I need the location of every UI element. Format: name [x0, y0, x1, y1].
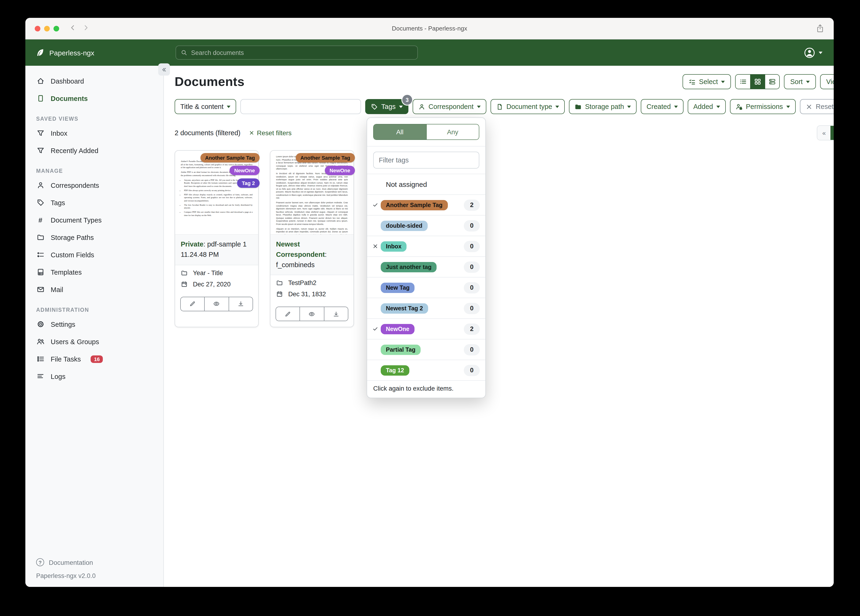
sidebar-item-document-types[interactable]: #Document Types [25, 211, 163, 229]
edit-button[interactable] [181, 297, 204, 311]
sidebar-item-logs[interactable]: Logs [25, 368, 163, 385]
tag-option-another-sample-tag[interactable]: Another Sample Tag2 [367, 195, 485, 215]
card-title[interactable]: Newest Correspondent: f_combineds [270, 234, 353, 275]
brand-name: Paperless-ngx [49, 49, 94, 57]
tag-option-partial-tag[interactable]: Partial Tag0 [367, 339, 485, 360]
view-button[interactable] [300, 307, 324, 321]
sidebar-collapse-button[interactable] [158, 63, 170, 75]
view-grid-button[interactable] [750, 75, 765, 89]
filter-reset-filters-button[interactable]: Reset filters [800, 99, 834, 114]
sidebar-item-correspondents[interactable]: Correspondents [25, 176, 163, 194]
window-title: Documents - Paperless-ngx [25, 25, 834, 32]
tag-option-new-tag[interactable]: New Tag0 [367, 278, 485, 298]
card-title[interactable]: Private: pdf-sample 1 11.24.48 PM [175, 234, 258, 265]
tag-option-inbox[interactable]: Inbox0 [367, 236, 485, 257]
filter-storage-path-button[interactable]: Storage path [569, 99, 637, 114]
sidebar-item-settings[interactable]: Settings [25, 316, 163, 333]
storage-path-row[interactable]: TestPath2 [276, 280, 348, 287]
tags-match-any-button[interactable]: Any [426, 124, 479, 140]
global-search[interactable] [176, 46, 418, 60]
view-button[interactable] [204, 297, 229, 311]
brand[interactable]: Paperless-ngx [36, 48, 94, 57]
tag-option-newest-tag-2[interactable]: Newest Tag 20 [367, 298, 485, 319]
date-row: Dec 31, 1832 [276, 291, 348, 298]
dropdown-hint: Click again to exclude items. [367, 381, 485, 398]
pagination-prev-button[interactable]: « [818, 126, 831, 140]
card-actions [276, 307, 348, 321]
tag-count-badge: 0 [464, 240, 480, 252]
sidebar-nav: DashboardDocumentsSAVED VIEWSInboxRecent… [25, 72, 163, 385]
person-icon [36, 181, 45, 189]
tag-chip-tag-2[interactable]: Tag 2 [237, 178, 260, 188]
filter-correspondent-button[interactable]: Correspondent [413, 99, 486, 114]
view-mode-toggle [735, 74, 780, 89]
chevron-down-icon [227, 106, 231, 108]
tag-option-double-sided[interactable]: double-sided0 [367, 215, 485, 236]
view-list-button[interactable] [736, 75, 750, 89]
sidebar-item-inbox[interactable]: Inbox [25, 124, 163, 142]
select-button[interactable]: Select [683, 74, 731, 89]
filter-field-selector[interactable]: Title & content [175, 99, 236, 114]
view-detail-button[interactable] [765, 75, 780, 89]
tag-option-newone[interactable]: NewOne2 [367, 319, 485, 339]
document-card[interactable]: Lorem ipsum dolor sit amet, consectetur … [270, 150, 354, 327]
sidebar-item-users-groups[interactable]: Users & Groups [25, 333, 163, 350]
hash-icon: # [36, 216, 45, 224]
user-menu[interactable] [804, 47, 822, 58]
filter-added-button[interactable]: Added [688, 99, 726, 114]
sidebar-item-recently-added[interactable]: Recently Added [25, 142, 163, 159]
tag-chip-newone[interactable]: NewOne [325, 166, 355, 175]
tag-option-just-another-tag[interactable]: Just another tag0 [367, 257, 485, 278]
document-grid: Adobe Acrobat PDF FilesAdobe® Portable D… [175, 150, 834, 327]
filter-tags-input[interactable] [373, 152, 479, 168]
funnel-icon [36, 129, 45, 137]
fields-icon [36, 250, 45, 259]
tag-chip-another-sample-tag[interactable]: Another Sample Tag [201, 153, 260, 162]
edit-button[interactable] [276, 307, 300, 321]
download-button[interactable] [228, 297, 253, 311]
sidebar-item-documentation[interactable]: ? Documentation [36, 558, 96, 566]
sort-button[interactable]: Sort [784, 74, 816, 89]
minimize-window-button[interactable] [44, 25, 50, 31]
sidebar-item-documents[interactable]: Documents [25, 90, 163, 107]
share-icon[interactable] [816, 24, 824, 33]
chevron-down-icon [399, 106, 403, 108]
tag-chip-another-sample-tag[interactable]: Another Sample Tag [296, 153, 355, 162]
sidebar-item-custom-fields[interactable]: Custom Fields [25, 246, 163, 263]
search-input[interactable] [191, 49, 413, 56]
tag-option-not-assigned[interactable]: Not assigned [367, 174, 485, 195]
page-title: Documents [175, 74, 245, 89]
pagination-page-1[interactable]: 1 [831, 126, 834, 140]
sidebar-item-dashboard[interactable]: Dashboard [25, 72, 163, 90]
filter-created-button[interactable]: Created [641, 99, 684, 114]
reset-filters-link[interactable]: Reset filters [249, 129, 292, 137]
document-card[interactable]: Adobe Acrobat PDF FilesAdobe® Portable D… [175, 150, 259, 327]
desktop: Documents - Paperless-ngx Paperless-ngx [0, 0, 860, 616]
history-back-icon[interactable] [69, 24, 76, 33]
tag-chip-newone[interactable]: NewOne [229, 166, 260, 175]
sidebar-item-tags[interactable]: Tags [25, 194, 163, 211]
tags-match-all-button[interactable]: All [374, 124, 426, 140]
history-forward-icon[interactable] [83, 24, 89, 33]
sidebar-item-file-tasks[interactable]: File Tasks16 [25, 350, 163, 368]
tag-option-tag-12[interactable]: Tag 120 [367, 360, 485, 381]
download-button[interactable] [324, 307, 348, 321]
person-icon [418, 103, 425, 110]
filter-text-input[interactable] [240, 99, 361, 114]
filter-document-type-button[interactable]: Document type [490, 99, 565, 114]
sidebar-item-storage-paths[interactable]: Storage Paths [25, 229, 163, 246]
eye-icon [213, 300, 220, 307]
close-window-button[interactable] [35, 25, 40, 31]
tag-icon [36, 198, 45, 207]
grid-view-icon [754, 78, 762, 85]
maximize-window-button[interactable] [53, 25, 59, 31]
views-button[interactable]: Views [820, 74, 834, 89]
sidebar-item-mail[interactable]: Mail [25, 281, 163, 298]
sidebar-item-templates[interactable]: Templates [25, 263, 163, 281]
filter-tags-button[interactable]: Tags3 [365, 99, 408, 114]
calendar-icon [181, 281, 188, 288]
tag-count-badge: 2 [464, 199, 480, 211]
filter-permissions-button[interactable]: Permissions [730, 99, 796, 114]
toolbar: Select [683, 74, 834, 89]
storage-path-row[interactable]: Year - Title [181, 269, 253, 276]
